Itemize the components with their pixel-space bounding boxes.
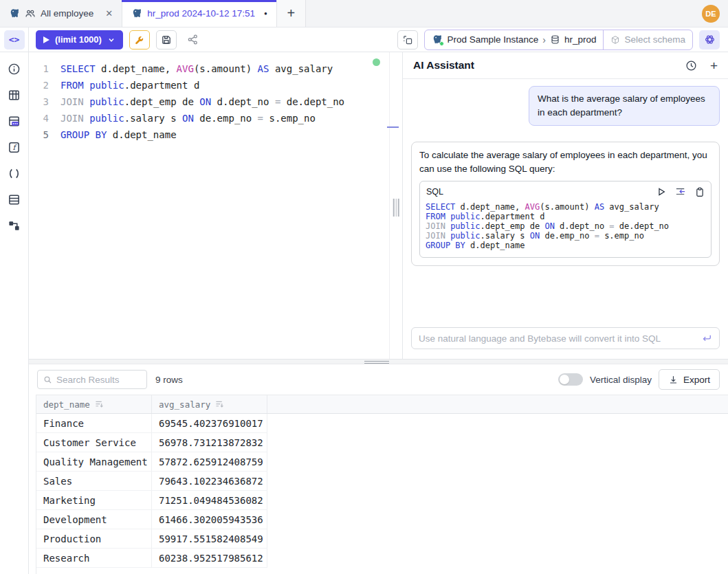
ai-assistant-button[interactable]: [699, 30, 720, 49]
vertical-display-label: Vertical display: [590, 375, 652, 385]
results-panel: 9 rows Vertical display Export dept_name: [29, 364, 728, 574]
table-row[interactable]: Customer Service56978.731213872832: [36, 433, 728, 452]
share-icon: [187, 34, 199, 45]
enter-return-icon[interactable]: [701, 333, 712, 343]
table-cell[interactable]: 61466.302005943536: [152, 510, 267, 529]
unsaved-dot-icon: ●: [264, 10, 267, 16]
table-cell[interactable]: 60238.952517985612: [152, 549, 267, 568]
table-cell[interactable]: 79643.102234636872: [152, 472, 267, 491]
svg-text:f: f: [13, 143, 18, 151]
parentheses-icon[interactable]: [7, 166, 22, 181]
breadcrumb-separator: ›: [542, 34, 546, 45]
table-row[interactable]: Finance69545.402376910017: [36, 414, 728, 433]
tables-icon[interactable]: [7, 192, 22, 207]
table-cell[interactable]: Sales: [36, 472, 152, 491]
tab-label: All employee: [41, 8, 93, 19]
vertical-splitter[interactable]: [389, 52, 402, 359]
save-button[interactable]: [156, 30, 177, 49]
ai-assistant-panel: AI Assistant + What is the average salar…: [402, 52, 728, 359]
table-row-filler: [267, 452, 728, 472]
sort-icon: [95, 400, 104, 408]
table-row[interactable]: Marketing71251.049484536082: [36, 491, 728, 510]
copy-icon[interactable]: [695, 187, 705, 197]
left-sidebar: f: [0, 52, 29, 574]
admin-wrench-button[interactable]: [129, 30, 150, 49]
tab-bar-spacer: [306, 0, 702, 27]
search-results-input[interactable]: [56, 375, 141, 385]
avatar[interactable]: DE: [702, 5, 720, 23]
table-cell[interactable]: Finance: [36, 414, 152, 433]
run-button[interactable]: (limit 1000): [36, 30, 123, 49]
ai-code-sql: SELECT d.dept_name, AVG(s.amount) AS avg…: [420, 200, 711, 257]
table-cell[interactable]: Development: [36, 510, 152, 529]
functions-icon[interactable]: f: [7, 140, 22, 155]
table-row[interactable]: Production59917.551582408549: [36, 529, 728, 549]
table-row-filler: [267, 433, 728, 452]
select-schema-button[interactable]: Select schema: [603, 30, 692, 49]
table-row-filler: [267, 529, 728, 549]
result-table: dept_name avg_salary Finance69545.402376…: [36, 395, 728, 574]
ai-panel-title: AI Assistant: [413, 59, 474, 71]
table-row-filler: [267, 491, 728, 510]
connection-breadcrumb[interactable]: Prod Sample Instance › hr_prod Select sc…: [424, 30, 693, 50]
result-table-header: dept_name avg_salary: [36, 395, 728, 414]
column-header-avg-salary[interactable]: avg_salary: [152, 395, 267, 413]
sql-editor[interactable]: 1SELECT d.dept_name, AVG(s.amount) AS av…: [29, 52, 389, 359]
table-cell[interactable]: 56978.731213872832: [152, 433, 267, 452]
scroll-ruler-mark: [387, 126, 399, 128]
body: f 1SELECT d.dept_name, AVG(s.amount) AS …: [0, 52, 728, 574]
ai-prompt-input[interactable]: [419, 333, 701, 344]
info-icon[interactable]: [7, 61, 22, 76]
user-question-bubble: What is the average salary of employees …: [529, 86, 720, 126]
table-row[interactable]: Development61466.302005943536: [36, 510, 728, 529]
save-icon: [161, 34, 172, 45]
close-icon[interactable]: ✕: [105, 8, 113, 19]
play-icon: [43, 36, 49, 43]
table-cell[interactable]: 71251.049484536082: [152, 491, 267, 510]
toolbar: <> (limit 1000): [0, 27, 728, 52]
table-cell[interactable]: Marketing: [36, 491, 152, 510]
connection-main[interactable]: Prod Sample Instance › hr_prod: [425, 30, 603, 49]
history-clock-icon[interactable]: [685, 60, 697, 71]
column-header-dept-name[interactable]: dept_name: [36, 395, 152, 413]
table-row[interactable]: Quality Management57872.625912408759: [36, 452, 728, 472]
worksheets-icon[interactable]: [7, 87, 22, 102]
run-label: (limit 1000): [55, 34, 102, 45]
table-cell[interactable]: 59917.551582408549: [152, 529, 267, 549]
ai-answer-intro: To calculate the average salary of emplo…: [419, 150, 707, 174]
er-diagram-icon[interactable]: [7, 218, 22, 233]
toggle-knob: [560, 375, 569, 384]
editor-status-dot-icon: [373, 58, 380, 66]
search-box: [37, 370, 147, 389]
connection-status-dot: [439, 41, 444, 46]
format-sql-button[interactable]: [397, 30, 418, 49]
vertical-display-toggle[interactable]: [558, 373, 583, 386]
postgresql-icon: [9, 8, 20, 19]
schema-diagram-icon[interactable]: [7, 113, 22, 129]
database-icon: [550, 34, 560, 45]
table-cell[interactable]: 69545.402376910017: [152, 414, 267, 433]
ai-header: AI Assistant +: [403, 52, 728, 79]
sql-code-icon[interactable]: <>: [4, 30, 25, 49]
results-header-right: Vertical display Export: [558, 369, 720, 390]
table-cell[interactable]: Quality Management: [36, 452, 152, 472]
people-icon: [25, 8, 36, 19]
table-row[interactable]: Sales79643.102234636872: [36, 472, 728, 491]
tab-hr-prod[interactable]: hr_prod 2024-10-12 17:51 ●: [122, 0, 277, 27]
export-button[interactable]: Export: [659, 369, 720, 390]
toolbar-right: Prod Sample Instance › hr_prod Select sc…: [391, 30, 728, 50]
table-cell[interactable]: Customer Service: [36, 433, 152, 452]
run-query-icon[interactable]: [657, 187, 666, 197]
table-cell[interactable]: Research: [36, 549, 152, 568]
table-row[interactable]: Research60238.952517985612: [36, 549, 728, 568]
table-cell[interactable]: Production: [36, 529, 152, 549]
horizontal-splitter[interactable]: [29, 359, 728, 364]
share-button[interactable]: [183, 30, 203, 49]
insert-into-editor-icon[interactable]: [675, 187, 686, 197]
table-row-filler: [267, 472, 728, 491]
table-cell[interactable]: 57872.625912408759: [152, 452, 267, 472]
new-tab-button[interactable]: +: [277, 0, 306, 27]
new-chat-icon[interactable]: +: [710, 59, 718, 72]
tab-all-employee[interactable]: All employee ✕: [0, 0, 122, 27]
format-icon: [402, 34, 413, 45]
